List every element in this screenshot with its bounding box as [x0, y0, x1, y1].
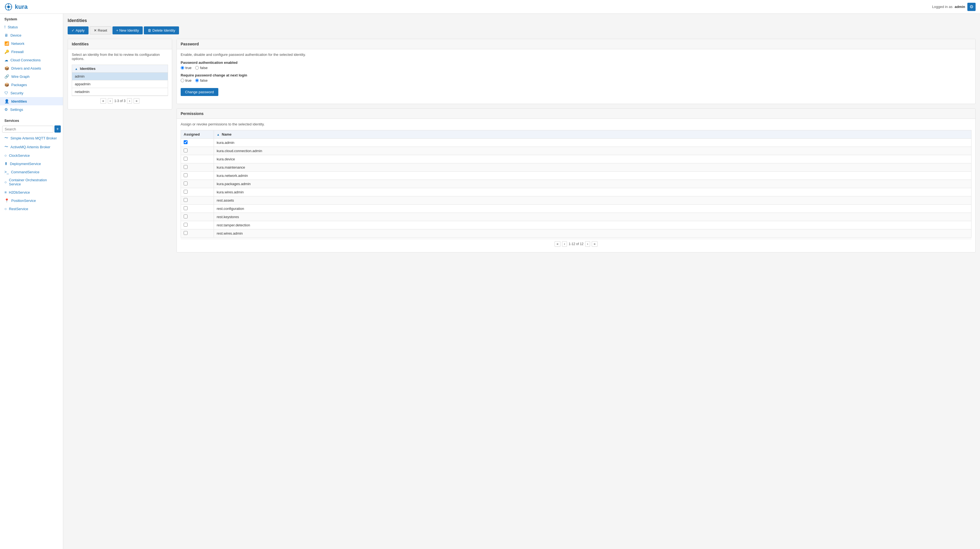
sidebar-item-network[interactable]: 📶 Network: [0, 39, 63, 48]
sidebar-item-drivers-assets[interactable]: 📦 Drivers and Assets: [0, 64, 63, 72]
sidebar-item-settings[interactable]: ⚙ Settings: [0, 105, 63, 114]
permissions-card-header: Permissions: [177, 109, 975, 119]
identity-name-cell[interactable]: admin: [72, 73, 168, 80]
permission-name-cell: kura.packages.admin: [214, 180, 972, 188]
identity-name-cell[interactable]: netadmin: [72, 88, 168, 96]
apply-button[interactable]: ✓ Apply: [68, 26, 89, 34]
sidebar-item-label: ClockService: [9, 153, 30, 158]
change-password-button[interactable]: Change password: [181, 88, 218, 96]
require-pw-group: Require password change at next login tr…: [181, 73, 972, 83]
permission-checkbox[interactable]: [184, 140, 188, 144]
sidebar-item-label: Drivers and Assets: [11, 66, 41, 70]
permission-assigned-cell[interactable]: [181, 196, 214, 205]
permission-assigned-cell[interactable]: [181, 155, 214, 163]
permission-assigned-cell[interactable]: [181, 180, 214, 188]
sidebar-item-clock-service[interactable]: ○ ClockService: [0, 151, 63, 159]
identity-name-cell[interactable]: appadmin: [72, 80, 168, 88]
network-icon: 📶: [5, 41, 9, 46]
permission-checkbox[interactable]: [184, 198, 188, 202]
sidebar-item-command-service[interactable]: >_ CommandService: [0, 168, 63, 176]
permission-assigned-cell[interactable]: [181, 221, 214, 229]
pagination-first-button[interactable]: «: [100, 98, 106, 104]
require-pw-label: Require password change at next login: [181, 73, 972, 77]
require-true-radio[interactable]: [181, 79, 184, 82]
sidebar-item-firewall[interactable]: 🔑 Firewall: [0, 48, 63, 56]
search-input[interactable]: [2, 126, 53, 132]
sidebar-item-label: Status: [8, 25, 18, 29]
permissions-card-body: Assign or revoke permissions to the sele…: [177, 119, 975, 252]
sidebar-item-wire-graph[interactable]: 🔗 Wire Graph: [0, 72, 63, 81]
permission-assigned-cell[interactable]: [181, 138, 214, 147]
permission-checkbox[interactable]: [184, 165, 188, 169]
require-false-radio-label[interactable]: false: [195, 78, 207, 83]
auth-false-radio[interactable]: [195, 66, 199, 70]
sidebar-item-container-orchestration[interactable]: ○ Container Orchestration Service: [0, 176, 63, 188]
kura-logo-icon: [5, 3, 13, 11]
permission-checkbox[interactable]: [184, 157, 188, 161]
sidebar-item-label: Container Orchestration Service: [9, 178, 59, 186]
pagination-last-button[interactable]: »: [134, 98, 139, 104]
auth-true-radio-label[interactable]: true: [181, 66, 191, 70]
activemq-icon: 〜: [5, 145, 8, 150]
firewall-icon: 🔑: [5, 49, 9, 54]
sidebar-item-security[interactable]: 🛡 Security: [0, 89, 63, 97]
sidebar-item-activemq[interactable]: 〜 ActiveMQ Artemis Broker: [0, 142, 63, 151]
perm-pagination-prev-button[interactable]: ‹: [562, 241, 567, 247]
sidebar-item-status[interactable]: ! Status: [0, 23, 63, 31]
permission-assigned-cell[interactable]: [181, 188, 214, 196]
delete-identity-button[interactable]: 🗑 Delete Identity: [144, 26, 179, 34]
reset-button[interactable]: ✕ Reset: [90, 26, 111, 34]
permission-name-cell: rest.assets: [214, 196, 972, 205]
permission-checkbox[interactable]: [184, 223, 188, 227]
sidebar-item-device[interactable]: 🖥 Device: [0, 31, 63, 39]
sidebar-item-rest-service[interactable]: ○ RestService: [0, 205, 63, 213]
identity-row[interactable]: admin: [72, 73, 168, 80]
permission-checkbox[interactable]: [184, 148, 188, 153]
permission-checkbox[interactable]: [184, 190, 188, 194]
search-area: +: [0, 124, 63, 134]
sidebar-item-label: H2DbService: [9, 190, 30, 194]
sidebar-item-h2db-service[interactable]: ≡ H2DbService: [0, 188, 63, 196]
permission-checkbox[interactable]: [184, 215, 188, 218]
sidebar-item-packages[interactable]: 📦 Packages: [0, 81, 63, 89]
permission-checkbox[interactable]: [184, 206, 188, 210]
sidebar-item-cloud-connections[interactable]: ☁ Cloud Connections: [0, 56, 63, 64]
sidebar-item-deployment-service[interactable]: ⬆ DeploymentService: [0, 159, 63, 168]
pagination-next-button[interactable]: ›: [127, 98, 132, 104]
permission-checkbox[interactable]: [184, 181, 188, 185]
add-service-button[interactable]: +: [54, 126, 61, 132]
permission-row: rest.wires.admin: [181, 229, 972, 238]
permission-name-cell: kura.admin: [214, 138, 972, 147]
permission-assigned-cell[interactable]: [181, 163, 214, 172]
sidebar-item-simple-artemis[interactable]: 〜 Simple Artemis MQTT Broker: [0, 134, 63, 142]
system-section-title: System: [0, 14, 63, 23]
identities-desc: Select an identity from the list to revi…: [72, 53, 168, 61]
sidebar-item-position-service[interactable]: 📍 PositionService: [0, 196, 63, 205]
perm-pagination-last-button[interactable]: »: [592, 241, 598, 247]
pagination-prev-button[interactable]: ‹: [108, 98, 113, 104]
permission-assigned-cell[interactable]: [181, 229, 214, 238]
sidebar-item-label: Network: [11, 41, 24, 46]
sidebar-item-identities[interactable]: 👤 Identities: [0, 97, 63, 105]
require-false-radio[interactable]: [195, 79, 199, 82]
identity-row[interactable]: netadmin: [72, 88, 168, 96]
permission-assigned-cell[interactable]: [181, 147, 214, 155]
new-identity-button[interactable]: + New Identity: [113, 26, 143, 34]
permissions-desc: Assign or revoke permissions to the sele…: [181, 122, 972, 126]
auth-false-radio-label[interactable]: false: [195, 66, 207, 70]
perm-pagination-first-button[interactable]: «: [555, 241, 560, 247]
permission-checkbox[interactable]: [184, 231, 188, 235]
permission-checkbox[interactable]: [184, 173, 188, 177]
sidebar-item-label: Simple Artemis MQTT Broker: [10, 136, 57, 140]
permission-assigned-cell[interactable]: [181, 213, 214, 221]
sidebar-item-label: Identities: [11, 99, 27, 103]
auth-true-radio[interactable]: [181, 66, 184, 70]
require-true-radio-label[interactable]: true: [181, 78, 191, 83]
auth-enabled-group: Password authentication enabled true fal…: [181, 60, 972, 70]
permission-assigned-cell[interactable]: [181, 172, 214, 180]
perm-pagination-next-button[interactable]: ›: [585, 241, 590, 247]
identity-row[interactable]: appadmin: [72, 80, 168, 88]
settings-gear-button[interactable]: ⚙: [967, 3, 975, 11]
permission-assigned-cell[interactable]: [181, 205, 214, 213]
password-card-header: Password: [177, 39, 975, 49]
